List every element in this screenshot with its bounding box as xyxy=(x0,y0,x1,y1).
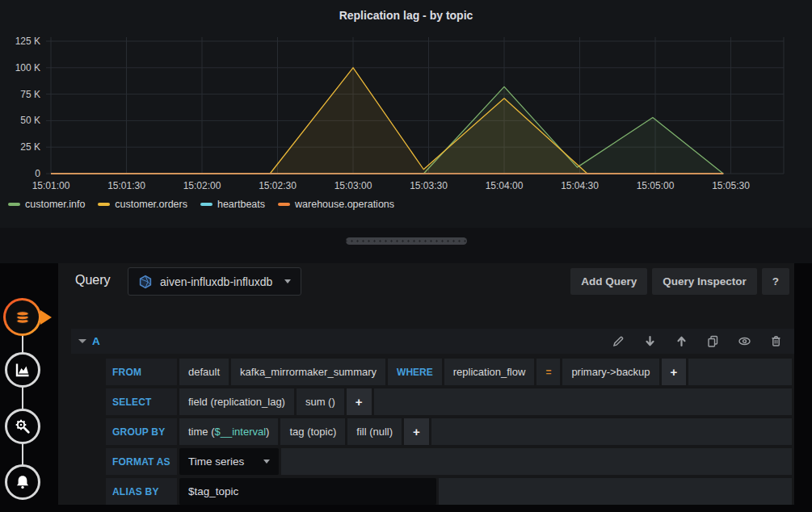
x-tick-label: 15:03:30 xyxy=(410,180,448,191)
row-label: ALIAS BY xyxy=(106,478,177,505)
y-tick-label: 25 K xyxy=(20,141,40,153)
x-tick-label: 15:04:00 xyxy=(486,180,524,191)
legend-label: warehouse.operations xyxy=(295,199,394,210)
legend-swatch xyxy=(98,203,110,206)
row-filler xyxy=(439,478,792,505)
duplicate-icon[interactable] xyxy=(706,334,720,348)
tab-connector-line xyxy=(22,317,23,482)
panel-gap xyxy=(0,228,812,263)
chart-legend: customer.infocustomer.ordersheartbeatswa… xyxy=(8,199,394,210)
legend-swatch xyxy=(200,203,212,206)
delete-icon[interactable] xyxy=(769,334,783,348)
datasource-select[interactable]: aiven-influxdb-influxdb xyxy=(128,267,301,296)
row-filler xyxy=(431,418,792,445)
query-builder-rows: FROMdefaultkafka_mirrormaker_summaryWHER… xyxy=(106,359,792,508)
x-tick-label: 15:01:00 xyxy=(32,180,70,191)
chart-panel: Replication lag - by topic 025 K50 K75 K… xyxy=(0,0,812,228)
collapse-chevron-icon[interactable] xyxy=(78,339,86,343)
query-section-label: Query xyxy=(75,273,111,287)
edit-tabs xyxy=(0,263,50,512)
legend-swatch xyxy=(278,203,290,206)
x-tick-label: 15:05:30 xyxy=(712,180,750,191)
query-row-actions xyxy=(612,334,783,348)
alias-by-field-wrap xyxy=(179,478,436,505)
query-inspector-button[interactable]: Query Inspector xyxy=(652,268,757,295)
format-as-select[interactable]: Time series xyxy=(179,448,279,475)
segment-value[interactable]: primary->backup xyxy=(562,359,658,385)
row-filler xyxy=(281,448,792,475)
add-segment-button[interactable]: + xyxy=(347,388,372,415)
bell-icon xyxy=(14,473,32,491)
x-tick-label: 15:01:30 xyxy=(107,180,145,191)
tab-queries[interactable] xyxy=(3,298,41,336)
x-tick-label: 15:04:30 xyxy=(561,180,599,191)
segment-keyword[interactable]: WHERE xyxy=(388,359,442,385)
add-query-button[interactable]: Add Query xyxy=(570,268,647,295)
segment-value[interactable]: default xyxy=(179,359,229,385)
legend-item-warehouse.operations[interactable]: warehouse.operations xyxy=(278,199,394,210)
add-segment-button[interactable]: + xyxy=(662,359,687,385)
legend-item-customer.info[interactable]: customer.info xyxy=(8,199,85,210)
move-down-icon[interactable] xyxy=(643,334,657,348)
tab-alert[interactable] xyxy=(5,464,40,500)
resize-handle[interactable] xyxy=(346,237,467,245)
move-up-icon[interactable] xyxy=(675,334,688,348)
query-row-from: FROMdefaultkafka_mirrormaker_summaryWHER… xyxy=(106,359,792,385)
segment-value[interactable]: fill (null) xyxy=(347,418,402,445)
query-row-format-as: FORMAT ASTime series xyxy=(106,448,792,475)
database-icon xyxy=(14,308,32,326)
replication-lag-chart: 025 K50 K75 K100 K125 K15:01:0015:01:301… xyxy=(0,0,812,195)
query-row-group-by: GROUP BYtime ($__interval)tag (topic)fil… xyxy=(106,418,792,445)
query-panel: Query aiven-influxdb-influxdb Add QueryQ… xyxy=(58,263,794,505)
segment-value[interactable]: sum () xyxy=(297,388,344,415)
query-row-header: A xyxy=(71,329,794,354)
segment-value[interactable]: field (replication_lag) xyxy=(179,388,294,415)
y-tick-label: 75 K xyxy=(20,89,40,100)
chevron-down-icon xyxy=(263,460,270,464)
segment-value[interactable]: time ($__interval) xyxy=(179,418,278,445)
segment-operator[interactable]: = xyxy=(536,359,560,385)
query-header: Query aiven-influxdb-influxdb Add QueryQ… xyxy=(58,263,794,300)
query-row-select: SELECTfield (replication_lag)sum ()+ xyxy=(106,388,792,415)
help-button[interactable]: ? xyxy=(762,268,789,295)
row-label: SELECT xyxy=(106,388,177,415)
edit-icon[interactable] xyxy=(612,334,625,348)
x-tick-label: 15:02:30 xyxy=(259,180,297,191)
query-ref-id[interactable]: A xyxy=(92,335,100,347)
y-tick-label: 0 xyxy=(35,168,40,179)
legend-item-customer.orders[interactable]: customer.orders xyxy=(98,199,187,210)
x-tick-label: 15:05:00 xyxy=(637,180,675,191)
row-label: FROM xyxy=(106,359,177,385)
datasource-name: aiven-influxdb-influxdb xyxy=(160,275,272,288)
segment-value[interactable]: replication_flow xyxy=(444,359,535,385)
grafana-panel-edit: Replication lag - by topic 025 K50 K75 K… xyxy=(0,0,812,512)
tab-general[interactable] xyxy=(5,409,40,444)
gear-wrench-icon xyxy=(14,418,32,435)
legend-label: customer.info xyxy=(25,199,85,210)
row-label: GROUP BY xyxy=(106,418,177,445)
query-row-alias-by: ALIAS BY xyxy=(106,478,792,505)
tab-visualization[interactable] xyxy=(5,352,40,388)
y-tick-label: 125 K xyxy=(15,36,40,47)
row-label: FORMAT AS xyxy=(106,448,177,475)
y-tick-label: 100 K xyxy=(15,62,40,73)
edit-section: Query aiven-influxdb-influxdb Add QueryQ… xyxy=(0,263,812,512)
format-as-value: Time series xyxy=(188,455,244,468)
segment-value[interactable]: kafka_mirrormaker_summary xyxy=(231,359,385,385)
template-variable: $__interval xyxy=(215,426,267,438)
row-filler xyxy=(688,359,792,385)
toggle-visibility-icon[interactable] xyxy=(738,334,751,348)
legend-item-heartbeats[interactable]: heartbeats xyxy=(200,199,265,210)
influxdb-icon xyxy=(138,275,153,289)
add-segment-button[interactable]: + xyxy=(404,418,429,445)
legend-swatch xyxy=(8,203,20,206)
segment-value[interactable]: tag (topic) xyxy=(280,418,345,445)
row-filler xyxy=(374,388,792,415)
chevron-down-icon xyxy=(284,279,291,283)
graph-icon xyxy=(14,361,32,379)
legend-label: customer.orders xyxy=(115,199,187,210)
x-tick-label: 15:03:00 xyxy=(334,180,372,191)
x-tick-label: 15:02:00 xyxy=(183,180,221,191)
alias-by-input[interactable] xyxy=(179,485,436,497)
legend-label: heartbeats xyxy=(217,199,265,210)
